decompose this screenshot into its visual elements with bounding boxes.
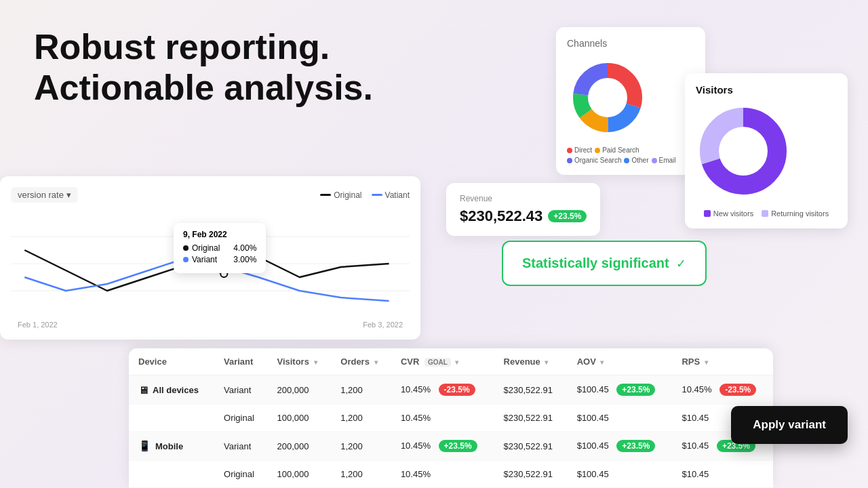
- tooltip-variant-value: 3.00%: [233, 255, 256, 264]
- channels-card: Channels Direct Paid Search Organic Sear…: [556, 27, 705, 175]
- table-row: 📱 Mobile Variant 200,000 1,200 10.45% +2…: [129, 432, 773, 461]
- td-revenue: $230,522.91: [494, 375, 568, 405]
- td-cvr: 10.45% +23.5%: [391, 432, 494, 461]
- td-device: [129, 461, 214, 488]
- data-table-wrapper: Device Variant Visitors ▾ Orders ▾ CVR G…: [129, 348, 773, 488]
- channels-card-title: Channels: [567, 38, 694, 49]
- td-device: 🖥 All devices: [129, 375, 214, 405]
- tooltip-original-label: Original: [192, 243, 220, 253]
- variant-line-icon: [372, 194, 382, 196]
- td-variant: Original: [214, 461, 267, 488]
- chart-svg-wrapper: 9, Feb 2022 Original 4.00% Variant 3.00%: [11, 209, 410, 318]
- returning-visitors-dot: [762, 210, 768, 217]
- td-aov: $100.45 +23.5%: [568, 375, 673, 405]
- visitors-card-title: Visitors: [696, 84, 837, 96]
- visitors-donut-chart: [696, 104, 791, 199]
- hero-title-line1: Robust reporting.: [34, 27, 373, 68]
- td-device: [129, 405, 214, 432]
- chart-legend: Original Vatiant: [320, 190, 410, 200]
- all-devices-icon: 🖥: [138, 384, 149, 396]
- td-rps: 10.45% -23.5%: [672, 375, 773, 405]
- td-revenue: $230,522.91: [494, 432, 568, 461]
- returning-visitors-label: Returning visitors: [771, 209, 829, 218]
- td-aov: $100.45: [568, 405, 673, 432]
- chart-tooltip: 9, Feb 2022 Original 4.00% Variant 3.00%: [174, 223, 266, 273]
- td-visitors: 200,000: [267, 375, 331, 405]
- stat-sig-card: Statistically significant ✓: [502, 241, 707, 286]
- channels-legend: Direct Paid Search Organic Search Other …: [567, 146, 694, 164]
- all-devices-label: All devices: [153, 385, 199, 395]
- td-rps: $10.45: [672, 461, 773, 488]
- td-visitors: 100,000: [267, 405, 331, 432]
- table-header-row: Device Variant Visitors ▾ Orders ▾ CVR G…: [129, 348, 773, 375]
- mobile-icon: 📱: [138, 440, 151, 452]
- original-line-icon: [320, 194, 331, 196]
- table-row: Original 100,000 1,200 10.45% $230,522.9…: [129, 461, 773, 488]
- td-variant: Original: [214, 405, 267, 432]
- tooltip-date: 9, Feb 2022: [183, 230, 256, 239]
- td-aov: $100.45: [568, 461, 673, 488]
- chart-area: version rate ▾ Original Vatiant: [0, 176, 420, 340]
- cvr-badge-row0: -23.5%: [439, 384, 475, 396]
- chart-date-start: Feb 1, 2022: [18, 321, 58, 329]
- channels-donut-chart: [567, 57, 648, 138]
- th-revenue: Revenue ▾: [494, 348, 568, 375]
- revenue-value: $230,522.43: [460, 207, 542, 225]
- legend-returning-visitors: Returning visitors: [762, 209, 829, 218]
- td-device: 📱 Mobile: [129, 432, 214, 461]
- th-rps: RPS ▾: [672, 348, 773, 375]
- td-revenue: $230,522.91: [494, 461, 568, 488]
- td-cvr: 10.45%: [391, 461, 494, 488]
- td-visitors: 200,000: [267, 432, 331, 461]
- rps-badge-row0: -23.5%: [719, 384, 756, 396]
- td-orders: 1,200: [331, 375, 391, 405]
- th-device: Device: [129, 348, 214, 375]
- td-cvr: 10.45% -23.5%: [391, 375, 494, 405]
- tooltip-original-value: 4.00%: [233, 243, 256, 253]
- th-variant: Variant: [214, 348, 267, 375]
- visitors-legend: New visitors Returning visitors: [696, 209, 837, 218]
- chart-dates: Feb 1, 2022 Feb 3, 2022: [11, 321, 410, 329]
- cvr-badge-row2: +23.5%: [439, 440, 477, 452]
- revenue-badge: +23.5%: [548, 210, 587, 222]
- th-aov: AOV ▾: [568, 348, 673, 375]
- apply-variant-button[interactable]: Apply variant: [731, 406, 848, 444]
- version-rate-selector[interactable]: version rate ▾: [11, 187, 78, 203]
- td-aov: $100.45 +23.5%: [568, 432, 673, 461]
- data-table: Device Variant Visitors ▾ Orders ▾ CVR G…: [129, 348, 773, 488]
- td-orders: 1,200: [331, 405, 391, 432]
- svg-point-6: [589, 79, 627, 117]
- aov-badge-row0: +23.5%: [616, 384, 655, 396]
- hero-section: Robust reporting. Actionable analysis.: [34, 27, 373, 108]
- table-row: Original 100,000 1,200 10.45% $230,522.9…: [129, 405, 773, 432]
- legend-new-visitors: New visitors: [704, 209, 753, 218]
- tooltip-original-dot: [183, 245, 189, 251]
- th-visitors: Visitors ▾: [267, 348, 331, 375]
- td-variant: Variant: [214, 432, 267, 461]
- td-variant: Variant: [214, 375, 267, 405]
- td-orders: 1,200: [331, 432, 391, 461]
- tooltip-variant-row: Variant 3.00%: [183, 255, 256, 264]
- revenue-card: Revenue $230,522.43 +23.5%: [446, 183, 600, 236]
- table-row: 🖥 All devices Variant 200,000 1,200 10.4…: [129, 375, 773, 405]
- hero-title-line2: Actionable analysis.: [34, 68, 373, 108]
- aov-badge-row2: +23.5%: [616, 440, 655, 452]
- svg-point-10: [719, 127, 767, 175]
- chart-header: version rate ▾ Original Vatiant: [11, 187, 410, 203]
- revenue-label: Revenue: [460, 194, 587, 203]
- new-visitors-dot: [704, 210, 711, 217]
- tooltip-variant-dot: [183, 257, 189, 262]
- stat-sig-icon: ✓: [676, 256, 686, 271]
- td-revenue: $230,522.91: [494, 405, 568, 432]
- th-orders: Orders ▾: [331, 348, 391, 375]
- tooltip-original-row: Original 4.00%: [183, 243, 256, 253]
- visitors-card: Visitors New visitors Returning visitors: [685, 73, 848, 228]
- th-cvr: CVR GOAL ▾: [391, 348, 494, 375]
- variant-legend-label: Vatiant: [385, 190, 410, 200]
- chart-date-end: Feb 3, 2022: [363, 321, 403, 329]
- tooltip-variant-label: Variant: [192, 255, 217, 264]
- td-orders: 1,200: [331, 461, 391, 488]
- td-cvr: 10.45%: [391, 405, 494, 432]
- new-visitors-label: New visitors: [713, 209, 753, 218]
- td-visitors: 100,000: [267, 461, 331, 488]
